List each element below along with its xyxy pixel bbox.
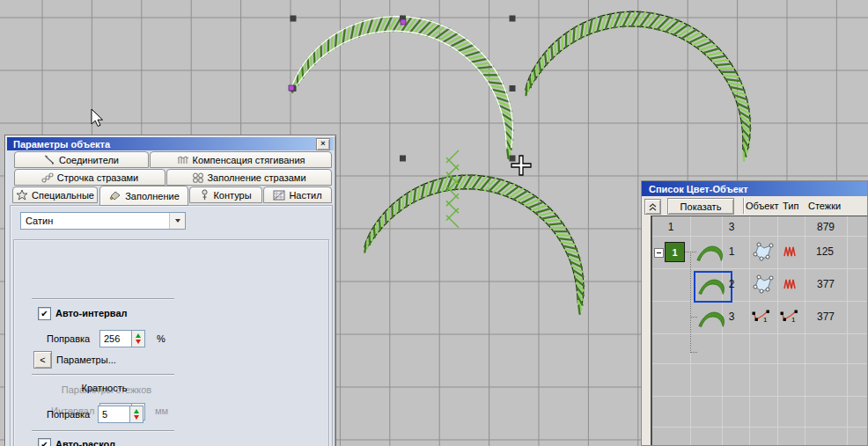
toolbar-separator — [743, 198, 744, 214]
tab-label: Компенсация стягивания — [193, 155, 305, 165]
grid-line — [652, 301, 868, 302]
outlines-icon — [200, 189, 210, 201]
tree-line — [690, 352, 697, 353]
mult-adjust-label: Поправка — [47, 409, 90, 420]
summary-color-index: 1 — [668, 221, 674, 233]
fill-icon — [108, 190, 121, 201]
spin-up-icon — [136, 333, 141, 338]
arc-thumbnail-icon — [697, 307, 727, 330]
tree-line — [690, 252, 691, 353]
auto-interval-checkbox[interactable]: ✔ — [38, 307, 51, 320]
params-link-label[interactable]: Параметры... — [56, 355, 116, 365]
chevron-down-icon — [175, 219, 180, 223]
auto-split-checkbox[interactable]: ✔ — [38, 438, 51, 446]
special-icon — [16, 189, 28, 201]
adjust-input[interactable] — [99, 330, 131, 347]
grid-line — [805, 216, 805, 446]
adjust-unit-label: % — [157, 333, 166, 344]
object-list-table[interactable]: 1 3 879 1 1 — [651, 216, 868, 446]
combo-dropdown-button[interactable] — [169, 213, 185, 229]
mult-adjust-spinbox[interactable] — [98, 406, 143, 423]
object-number: 2 — [729, 278, 735, 290]
pull-compensation-icon — [177, 155, 189, 165]
check-icon: ✔ — [40, 441, 48, 446]
stitch-count: 377 — [817, 278, 835, 290]
object-thumbnail[interactable] — [697, 307, 727, 330]
tab-underlay[interactable]: Настил — [263, 186, 332, 203]
grid-line — [652, 396, 868, 397]
tab-label: Строчка стразами — [57, 172, 138, 183]
params-collapse-button[interactable]: < — [33, 351, 52, 369]
app-window: Параметры объекта × Соединители Компенса… — [0, 0, 868, 446]
tree-line — [684, 252, 696, 252]
tab-label: Заполнение стразами — [207, 172, 305, 183]
object-parameters-dialog: Параметры объекта × Соединители Компенса… — [4, 135, 336, 446]
mult-adjust-spinner[interactable] — [129, 406, 143, 423]
satin-type-icon — [783, 277, 797, 291]
object-number: 3 — [729, 311, 735, 323]
fill-type-select[interactable]: Сатин — [20, 212, 186, 230]
tab-label: Настил — [289, 190, 321, 201]
satin-type-icon — [783, 245, 797, 259]
minus-icon — [657, 252, 661, 253]
mult-adjust-input[interactable] — [98, 406, 129, 423]
interval-unit-label: мм — [155, 406, 168, 416]
column-header-type[interactable]: Тип — [783, 201, 798, 211]
spin-up-icon — [134, 409, 139, 413]
summary-stitch-count: 879 — [817, 221, 835, 233]
run-shape-icon: 1 — [751, 308, 772, 325]
tab-outlines[interactable]: Контуры — [189, 186, 262, 203]
collapse-button[interactable] — [644, 199, 661, 215]
rhinestone-fill-icon — [192, 172, 203, 183]
auto-split-label: Авто-раскол — [55, 439, 115, 446]
tab-pull-compensation[interactable]: Компенсация стягивания — [150, 151, 332, 168]
arc-thumbnail-icon — [695, 241, 725, 264]
multiplicity-section-label: Кратность — [54, 383, 155, 393]
grid-line — [652, 333, 868, 334]
color-object-list-panel: Список Цвет-Объект Показать Объект Тип С… — [641, 180, 868, 446]
underlay-icon — [273, 190, 285, 201]
tab-label: Специальные — [32, 190, 94, 201]
tab-label: Соединители — [59, 155, 119, 165]
panel-title: Список Цвет-Объект — [649, 184, 748, 194]
panel-titlebar[interactable]: Список Цвет-Объект — [642, 181, 867, 196]
fill-type-value: Сатин — [21, 216, 169, 226]
svg-text:1: 1 — [791, 316, 796, 324]
adjust-label: Поправка — [47, 333, 90, 344]
dialog-titlebar[interactable]: Параметры объекта × — [7, 137, 334, 150]
spin-down-icon — [134, 415, 139, 420]
color-chip[interactable]: 1 — [665, 242, 685, 262]
tab-label: Заполнение — [125, 191, 180, 201]
object-thumbnail[interactable] — [695, 241, 725, 264]
column-header-stitches[interactable]: Стежки — [808, 201, 841, 211]
grid-line — [652, 268, 868, 269]
tab-rhinestone-fill[interactable]: Заполнение стразами — [166, 169, 332, 186]
adjust-spinbox[interactable] — [99, 330, 145, 347]
close-button[interactable]: × — [316, 138, 330, 150]
show-button[interactable]: Показать — [667, 198, 734, 215]
svg-text:1: 1 — [763, 316, 768, 324]
tab-label: Контуры — [213, 190, 251, 201]
object-thumbnail[interactable] — [697, 274, 727, 297]
tab-special[interactable]: Специальные — [12, 186, 98, 203]
divider — [32, 374, 174, 375]
grid-line — [652, 427, 868, 428]
tab-rhinestone-run[interactable]: Строчка стразами — [14, 169, 166, 186]
divider — [32, 298, 174, 299]
object-number: 1 — [729, 245, 735, 258]
arc-thumbnail-icon — [697, 274, 727, 297]
stitch-count: 125 — [816, 245, 834, 258]
summary-object-count: 3 — [729, 221, 735, 233]
tree-line — [690, 317, 697, 318]
run-type-icon: 1 — [779, 308, 800, 325]
tab-fill[interactable]: Заполнение — [99, 186, 188, 206]
connector-icon — [44, 155, 55, 165]
adjust-spinner[interactable] — [131, 330, 145, 347]
tree-expander[interactable] — [654, 248, 664, 258]
column-header-object[interactable]: Объект — [746, 201, 778, 211]
object-shape-icon — [752, 241, 775, 262]
params-collapse-label: < — [40, 355, 45, 365]
stitch-count: 377 — [817, 311, 835, 323]
tab-connectors[interactable]: Соединители — [14, 151, 149, 168]
auto-interval-label: Авто-интервал — [55, 308, 128, 318]
